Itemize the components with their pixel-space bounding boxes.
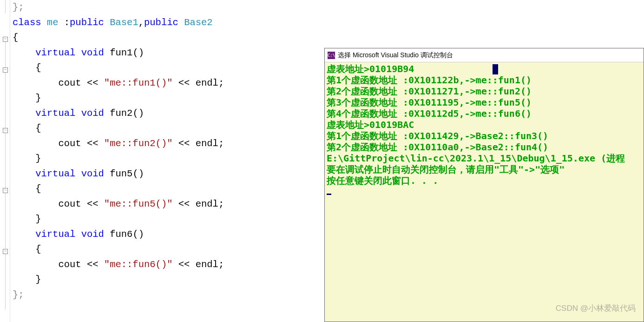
code-line[interactable]: { xyxy=(13,121,325,136)
console-line: 虚表地址>01019B94 xyxy=(327,63,642,74)
debug-console-window[interactable]: C:\ 选择 Microsoft Visual Studio 调试控制台 虚表地… xyxy=(324,48,644,322)
console-line: 第1个虚函数地址 :0X101122b,->me::fun1() xyxy=(327,74,642,86)
bracket-guide xyxy=(5,0,6,13)
console-line xyxy=(327,186,642,197)
console-line: 第1个虚函数地址 :0X1011429,->Base2::fun3() xyxy=(327,130,642,141)
code-line[interactable]: class me :public Base1,public Base2 xyxy=(13,15,325,31)
code-line[interactable]: cout << "me::fun6()" << endl; xyxy=(13,257,325,273)
code-line[interactable]: { xyxy=(13,181,325,197)
code-line[interactable]: { xyxy=(13,30,325,46)
fold-toggle[interactable]: − xyxy=(3,249,8,254)
cursor-block xyxy=(493,64,498,74)
console-line: 第2个虚函数地址 :0X1011271,->me::fun2() xyxy=(327,86,642,97)
console-line: 第4个虚函数地址 :0X10112d5,->me::fun6() xyxy=(327,108,642,119)
fold-toggle[interactable]: − xyxy=(3,188,8,193)
code-line[interactable]: }; xyxy=(13,0,325,15)
code-line[interactable]: virtual void fun6() xyxy=(13,227,325,242)
code-line[interactable]: virtual void fun2() xyxy=(13,106,325,121)
fold-toggle[interactable]: − xyxy=(3,37,8,42)
console-line: E:\GittProject\lin-cc\2023.1\1_15\Debug\… xyxy=(327,153,642,164)
cursor-caret xyxy=(327,194,331,195)
console-line: 第3个虚函数地址 :0X1011195,->me::fun5() xyxy=(327,97,642,108)
code-line[interactable]: } xyxy=(13,91,325,106)
fold-toggle[interactable]: − xyxy=(3,67,8,73)
console-line: 虚表地址>01019BAC xyxy=(327,119,642,130)
code-line[interactable]: cout << "me::fun1()" << endl; xyxy=(13,76,325,91)
code-line[interactable]: } xyxy=(13,151,325,167)
code-line[interactable]: cout << "me::fun2()" << endl; xyxy=(13,136,325,152)
code-line[interactable]: } xyxy=(13,272,325,288)
code-line[interactable]: virtual void fun1() xyxy=(13,46,325,61)
code-editor[interactable]: −−−−− };class me :public Base1,public Ba… xyxy=(0,0,325,322)
fold-toggle[interactable]: − xyxy=(3,128,8,133)
watermark: CSDN @小林爱敲代码 xyxy=(556,303,636,314)
gutter: −−−−− xyxy=(0,0,10,322)
code-line[interactable]: { xyxy=(13,242,325,257)
bracket-guide xyxy=(5,42,6,309)
code-line[interactable]: { xyxy=(13,60,325,76)
code-line[interactable]: } xyxy=(13,212,325,227)
console-line: 第2个虚函数地址 :0X10110a0,->Base2::fun4() xyxy=(327,141,642,153)
console-output[interactable]: 虚表地址>01019B94 第1个虚函数地址 :0X101122b,->me::… xyxy=(325,62,644,198)
code-line[interactable]: cout << "me::fun5()" << endl; xyxy=(13,197,325,212)
console-line: 要在调试停止时自动关闭控制台，请启用"工具"->"选项" xyxy=(327,164,642,175)
console-app-icon: C:\ xyxy=(328,52,335,59)
code-line[interactable]: virtual void fun5() xyxy=(13,167,325,182)
console-title: 选择 Microsoft Visual Studio 调试控制台 xyxy=(338,51,453,60)
code-area[interactable]: };class me :public Base1,public Base2{ v… xyxy=(10,0,325,322)
console-line: 按任意键关闭此窗口. . . xyxy=(327,175,642,186)
code-line[interactable]: }; xyxy=(13,288,325,303)
console-titlebar[interactable]: C:\ 选择 Microsoft Visual Studio 调试控制台 xyxy=(325,48,644,62)
